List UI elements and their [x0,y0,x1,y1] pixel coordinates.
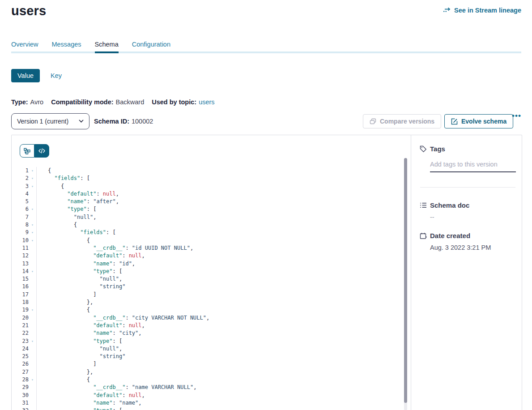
token-n: null [129,392,142,398]
token-p: { [48,167,51,174]
line-number: 24 [12,345,29,353]
code-line: 5"name": "after", [12,198,411,205]
line-number: 22 [12,329,29,337]
token-n: null [129,252,142,259]
tab-schema[interactable]: Schema [95,41,119,52]
code-line: 15"null", [12,275,411,283]
tags-section-header: Tags [420,145,445,153]
collapse-toggle-icon[interactable]: ▾ [29,376,36,384]
code-scrollbar-track[interactable] [404,158,407,410]
code-text: "name": "after", [36,198,411,205]
line-number: 18 [12,299,29,306]
collapse-spacer [29,299,36,306]
code-scrollbar-thumb[interactable] [404,158,407,403]
tab-messages[interactable]: Messages [51,41,81,52]
token-p: : [87,198,93,205]
token-p: , [119,346,122,352]
token-s: "null" [100,346,119,352]
tree-view-button[interactable] [20,144,34,158]
stream-lineage-label: See in Stream lineage [454,7,521,14]
view-mode-toggle [20,144,49,158]
token-s: "null" [100,276,119,282]
collapse-toggle-icon[interactable]: ▾ [29,183,36,190]
used-by-topic-label: Used by topic: [152,98,196,106]
collapse-toggle-icon[interactable]: ▾ [29,175,36,182]
token-k: "name" [67,198,86,205]
collapse-spacer [29,368,36,376]
line-number: 25 [12,353,29,360]
line-number: 23 [12,337,29,345]
code-line: 21"default": null, [12,322,411,329]
line-number: 9 [12,229,29,236]
key-toggle-button[interactable]: Key [51,72,62,79]
token-s: "name VARCHAR NULL" [132,384,193,390]
token-p: : [ [106,229,116,235]
value-toggle-button[interactable]: Value [11,69,40,82]
code-text: "name": "city", [36,329,411,337]
stream-lineage-link[interactable]: See in Stream lineage [443,7,521,14]
schema-code-panel: 1▾{2▾"fields": [3▾{4"default": null,5"na… [12,135,411,410]
schema-page: users See in Stream lineage Overview Mes… [0,0,532,410]
stream-lineage-icon [443,7,451,14]
token-p: : [ [113,268,123,274]
collapse-spacer [29,314,36,322]
token-p: , [132,261,135,267]
token-s: "id" [119,261,132,267]
collapse-toggle-icon[interactable]: ▾ [29,167,36,175]
code-text: { [36,167,411,175]
collapse-toggle-icon[interactable]: ▾ [29,205,36,213]
schema-doc-value: -- [430,214,434,221]
token-p: { [61,183,64,189]
token-s: "null" [74,214,93,220]
tab-configuration[interactable]: Configuration [132,41,170,52]
collapse-toggle-icon[interactable]: ▾ [29,221,36,229]
code-text: "__crdb__": "city VARCHAR NOT NULL", [36,314,411,322]
code-line: 19▾{ [12,306,411,314]
tags-input[interactable] [430,159,516,172]
tag-icon [420,145,427,153]
version-select[interactable]: Version 1 (current) [11,113,89,129]
schema-id: Schema ID: 100002 [94,118,153,125]
topic-link[interactable]: users [199,98,214,106]
token-p: }, [87,369,93,375]
code-text: ] [36,360,411,368]
token-s: "city VARCHAR NOT NULL" [132,315,206,321]
collapse-spacer [29,353,36,360]
token-p: : [113,400,119,406]
more-actions-button[interactable]: ••• [512,111,521,120]
token-p: : [125,245,132,251]
token-p: , [142,392,145,398]
collapse-toggle-icon[interactable]: ▾ [29,407,36,410]
line-number: 20 [12,314,29,322]
code-text: "null", [36,214,411,221]
collapse-toggle-icon[interactable]: ▾ [29,306,36,314]
line-number: 17 [12,291,29,299]
token-k: "default" [67,191,96,197]
code-text: "default": null, [36,322,411,329]
code-text: "type": [ [36,337,411,345]
collapse-toggle-icon[interactable]: ▾ [29,337,36,345]
tab-overview[interactable]: Overview [11,41,38,52]
token-p: : [96,191,102,197]
collapse-toggle-icon[interactable]: ▾ [29,237,36,244]
line-number: 5 [12,198,29,205]
line-number: 6 [12,205,29,213]
tree-view-icon [24,148,30,154]
compare-versions-button[interactable]: Compare versions [363,114,441,128]
token-p: ] [93,291,96,298]
code-text: "string" [36,283,411,290]
token-p: , [142,252,145,259]
code-view-button[interactable] [34,144,49,158]
code-line: 20"__crdb__": "city VARCHAR NOT NULL", [12,314,411,322]
evolve-schema-button[interactable]: Evolve schema [444,114,513,128]
code-line: 26] [12,360,411,368]
code-line: 23▾"type": [ [12,337,411,345]
collapse-spacer [29,291,36,299]
line-number: 15 [12,275,29,283]
code-text: "default": null, [36,392,411,399]
collapse-toggle-icon[interactable]: ▾ [29,229,36,236]
code-text: "null", [36,275,411,283]
line-number: 2 [12,175,29,182]
collapse-spacer [29,322,36,329]
collapse-toggle-icon[interactable]: ▾ [29,268,36,275]
